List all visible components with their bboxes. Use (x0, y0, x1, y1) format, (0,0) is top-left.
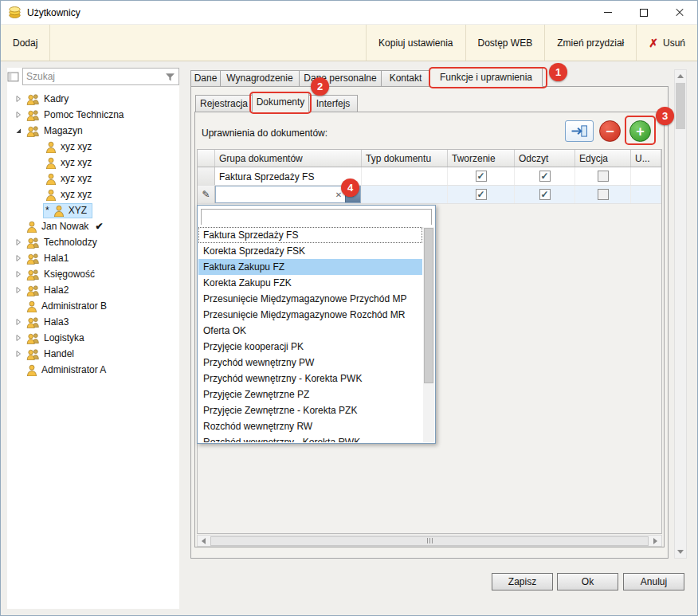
tree-item-xyz-selected[interactable]: * XYZ (7, 202, 179, 218)
checkbox-edycja[interactable] (598, 171, 609, 182)
add-permission-button[interactable]: + (629, 120, 651, 142)
expand-arrow-icon[interactable] (12, 284, 24, 296)
checkbox-odczyt[interactable]: ✓ (539, 171, 551, 182)
dropdown-item[interactable]: Przychód wewnętrzny - Korekta PWK (198, 371, 422, 386)
checkbox-edycja[interactable] (598, 189, 609, 200)
tree-item-xyz-3[interactable]: xyz xyz (7, 171, 179, 186)
column-header-grupa-dokumentow[interactable]: Grupa dokumentów (215, 150, 362, 167)
column-header-odczyt[interactable]: Odczyt (515, 150, 575, 167)
save-button[interactable]: Zapisz (492, 573, 553, 590)
tree-item-jan-nowak[interactable]: Jan Nowak✔ (7, 218, 179, 234)
horizontal-scrollbar[interactable] (197, 535, 662, 547)
cancel-button[interactable]: Anuluj (623, 573, 684, 590)
copy-settings-button[interactable]: Kopiuj ustawienia (367, 25, 465, 61)
export-button[interactable] (565, 120, 594, 142)
collapse-arrow-icon[interactable] (12, 125, 24, 136)
dropdown-item-faktura-sprzedazy-fs[interactable]: Faktura Sprzedaży FS (198, 227, 422, 243)
vertical-scroll-thumb[interactable] (676, 83, 685, 129)
dropdown-scrollbar[interactable] (423, 227, 434, 442)
subtab-interfejs[interactable]: Interfejs (308, 95, 358, 112)
horizontal-scroll-thumb[interactable] (210, 536, 649, 546)
column-header-tworzenie[interactable]: Tworzenie (448, 150, 515, 167)
scroll-down-icon[interactable] (675, 546, 686, 558)
expand-arrow-icon[interactable] (12, 237, 24, 248)
subtab-dokumenty[interactable]: Dokumenty (252, 92, 309, 112)
add-button[interactable]: Dodaj (1, 25, 49, 61)
ok-button[interactable]: Ok (557, 573, 618, 590)
delete-button-label: Usuń (663, 37, 685, 49)
subtab-rejestracja[interactable]: Rejestracja (195, 95, 253, 112)
group-icon (26, 237, 40, 249)
expand-arrow-icon[interactable] (12, 348, 24, 359)
document-group-combobox[interactable]: ✕ ▼ (215, 186, 361, 203)
expand-arrow-icon[interactable] (12, 253, 24, 264)
tree-item-pomoc-techniczna[interactable]: Pomoc Techniczna (7, 107, 179, 123)
dropdown-item[interactable]: Przychód wewnętrzny PW (198, 355, 422, 371)
close-button[interactable] (661, 1, 697, 24)
dropdown-item[interactable]: Rozchód wewnętrzny RW (198, 418, 422, 434)
remove-permission-button[interactable]: − (599, 120, 621, 142)
filter-icon[interactable] (165, 72, 175, 82)
expand-arrow-icon[interactable] (12, 109, 24, 120)
tree-item-hala2[interactable]: Hala2 (7, 282, 179, 298)
dropdown-item[interactable]: Korekta Sprzedaży FSK (198, 243, 422, 259)
expand-arrow-icon[interactable] (12, 93, 24, 104)
tree-item-ksiegowosc[interactable]: Księgowość (7, 266, 179, 282)
scroll-left-icon[interactable] (198, 536, 210, 546)
minimize-button[interactable] (590, 1, 625, 24)
expand-arrow-icon[interactable] (12, 269, 24, 280)
tree-item-xyz-1[interactable]: xyz xyz (7, 139, 179, 155)
panel-icon[interactable] (7, 71, 19, 83)
tree-item-xyz-4[interactable]: xyz xyz (7, 186, 179, 202)
tab-kontakt[interactable]: Kontakt (381, 70, 430, 87)
change-assignment-button[interactable]: Zmień przydział (545, 25, 636, 61)
tree-item-magazyn[interactable]: Magazyn (7, 123, 179, 139)
dropdown-item[interactable]: Przyjęcie Zewnętrzne - Korekta PZK (198, 402, 422, 418)
tree-item-technolodzy[interactable]: Technolodzy (7, 234, 179, 250)
tree-item-hala3[interactable]: Hala3 (7, 314, 179, 330)
scroll-up-icon[interactable] (675, 70, 686, 82)
user-icon (45, 141, 57, 153)
dropdown-item[interactable]: Przesunięcie Międzymagazynowe Rozchód MR (198, 307, 422, 323)
dropdown-item[interactable]: Przesunięcie Międzymagazynowe Przychód M… (198, 291, 422, 307)
dropdown-item[interactable]: Korekta Zakupu FZK (198, 275, 422, 291)
dropdown-item[interactable]: Oferta OK (198, 323, 422, 339)
delete-button[interactable]: ✗ Usuń (637, 25, 697, 61)
cell-typ-dokumentu[interactable] (362, 167, 448, 185)
expand-arrow-icon[interactable] (12, 316, 24, 328)
tab-dane[interactable]: Dane (190, 70, 221, 87)
expand-arrow-icon[interactable] (12, 332, 24, 343)
column-header-u[interactable]: U... (631, 150, 661, 167)
dropdown-scroll-thumb[interactable] (424, 228, 433, 383)
tree-item-hala1[interactable]: Hala1 (7, 250, 179, 266)
combobox-input[interactable] (216, 186, 332, 202)
vertical-scrollbar[interactable] (674, 69, 687, 559)
checkbox-tworzenie[interactable]: ✓ (476, 189, 487, 200)
maximize-button[interactable] (625, 1, 661, 24)
tab-funkcje-i-uprawnienia[interactable]: Funkcje i uprawnienia (429, 68, 543, 87)
web-access-button[interactable]: Dostęp WEB (466, 25, 545, 61)
tree-item-xyz-2[interactable]: xyz xyz (7, 155, 179, 171)
tree-item-kadry[interactable]: Kadry (7, 91, 179, 107)
column-header-edycja[interactable]: Edycja (575, 150, 631, 167)
expand-arrow-placeholder (12, 364, 24, 375)
tree-item-handel[interactable]: Handel (7, 346, 179, 362)
search-input[interactable] (26, 71, 165, 82)
column-header-typ-dokumentu[interactable]: Typ dokumentu (362, 150, 448, 167)
tree-item-administrator-a[interactable]: Administrator A (7, 362, 179, 378)
checkbox-odczyt[interactable]: ✓ (539, 189, 551, 200)
table-row[interactable]: Faktura Sprzedaży FS ✓ ✓ (198, 167, 661, 186)
cell-typ-dokumentu-edit[interactable] (362, 186, 448, 203)
dropdown-item[interactable]: Przyjęcie kooperacji PK (198, 339, 422, 355)
dropdown-item[interactable]: Rozchód wewnętrzny - Korekta RWK (198, 434, 422, 442)
dropdown-item-faktura-zakupu-fz-highlighted[interactable]: Faktura Zakupu FZ (198, 259, 422, 275)
dropdown-item[interactable]: Przyjęcie Zewnętrzne PZ (198, 386, 422, 402)
tab-wynagrodzenie[interactable]: Wynagrodzenie (220, 70, 300, 87)
dropdown-filter-input[interactable] (202, 210, 431, 225)
tree-item-logistyka[interactable]: Logistyka (7, 330, 179, 346)
tree-item-administrator-b[interactable]: Administrator B (7, 298, 179, 314)
cell-grupa-dokumentow[interactable]: Faktura Sprzedaży FS (215, 167, 362, 185)
scroll-right-icon[interactable] (649, 536, 661, 546)
checkbox-tworzenie[interactable]: ✓ (476, 171, 487, 182)
table-edit-row[interactable]: ✎ ✕ ▼ ✓ ✓ (198, 186, 661, 204)
